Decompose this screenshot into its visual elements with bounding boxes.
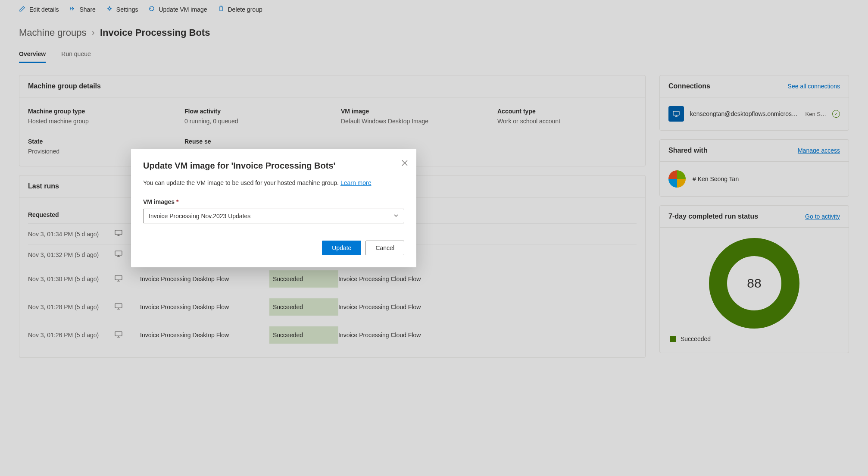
vm-images-label: VM images * <box>143 198 404 205</box>
dialog-title: Update VM image for 'Invoice Processing … <box>143 161 404 171</box>
update-vm-image-dialog: Update VM image for 'Invoice Processing … <box>131 149 416 267</box>
learn-more-link[interactable]: Learn more <box>340 179 372 186</box>
close-icon[interactable] <box>402 160 408 168</box>
select-value: Invoice Processing Nov.2023 Updates <box>149 213 250 219</box>
chevron-down-icon <box>393 213 399 219</box>
cancel-button[interactable]: Cancel <box>365 241 404 255</box>
update-button[interactable]: Update <box>322 241 361 255</box>
vm-images-select[interactable]: Invoice Processing Nov.2023 Updates <box>143 209 404 223</box>
modal-backdrop[interactable] <box>0 0 868 476</box>
dialog-description: You can update the VM image to be used f… <box>143 179 404 186</box>
